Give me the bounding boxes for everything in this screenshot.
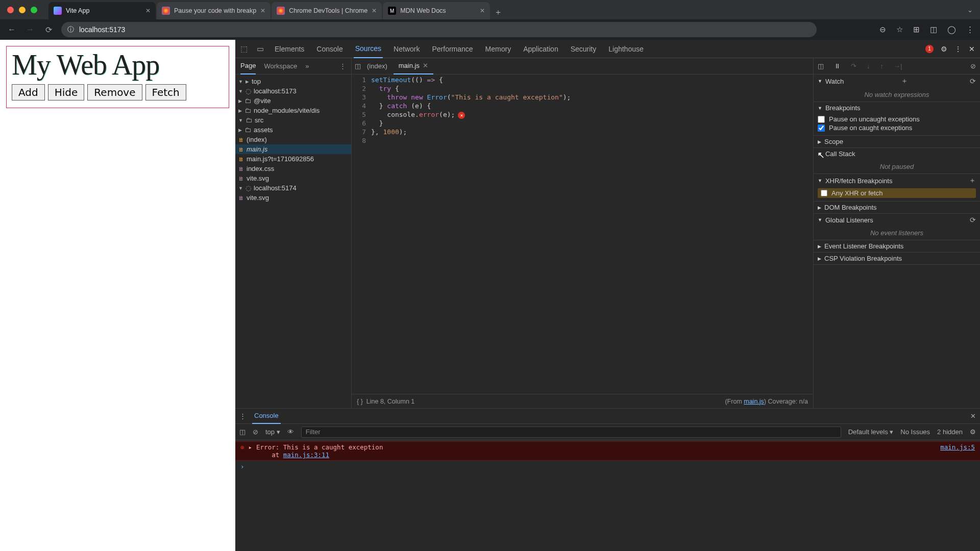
step-icon[interactable]: →|	[894, 62, 902, 70]
close-icon[interactable]: ✕	[423, 62, 428, 69]
side-panel-icon[interactable]: ◫	[930, 25, 937, 34]
editor-tab[interactable]: (index)	[362, 58, 393, 74]
console-sidebar-icon[interactable]: ◫	[239, 428, 246, 436]
close-icon[interactable]: ✕	[372, 7, 377, 14]
tree-item-folder[interactable]: ▶🗀node_modules/vite/dis	[235, 106, 351, 115]
tree-item-folder[interactable]: ▶🗀assets	[235, 125, 351, 135]
close-icon[interactable]: ✕	[480, 7, 485, 14]
tree-item-origin[interactable]: ▼◌localhost:5174	[235, 183, 351, 193]
console-prompt[interactable]: ›	[235, 461, 980, 472]
tree-item-folder[interactable]: ▶🗀@vite	[235, 96, 351, 106]
tree-item-file[interactable]: 🗎(index)	[235, 135, 351, 144]
panel-tab-sources[interactable]: Sources	[354, 40, 383, 58]
levels-selector[interactable]: Default levels ▾	[848, 428, 894, 436]
xhr-any-checkbox[interactable]: Any XHR or fetch	[818, 188, 976, 198]
zoom-icon[interactable]: ⊖	[879, 25, 886, 34]
panel-tab-lighthouse[interactable]: Lighthouse	[607, 45, 645, 53]
scope-header[interactable]: ▶Scope	[814, 136, 980, 147]
browser-tab[interactable]: Vite App ✕	[48, 2, 156, 19]
panel-tab-memory[interactable]: Memory	[484, 45, 513, 53]
drawer-tab-console[interactable]: Console	[252, 409, 281, 424]
xhr-header[interactable]: ▼XHR/fetch Breakpoints＋	[814, 174, 980, 187]
error-count-badge[interactable]: 1	[925, 45, 934, 53]
error-marker-icon[interactable]: ✕	[458, 112, 465, 119]
pause-icon[interactable]: ⏸	[834, 62, 841, 70]
toggle-navigator-icon[interactable]: ◫	[355, 62, 361, 70]
close-drawer-icon[interactable]: ✕	[970, 412, 976, 420]
global-listeners-header[interactable]: ▼Global Listeners⟳	[814, 214, 980, 226]
pretty-print-icon[interactable]: { }	[357, 398, 363, 405]
window-max-icon[interactable]	[31, 7, 37, 13]
editor-gutter[interactable]: 12345678	[352, 76, 371, 393]
tree-item-file[interactable]: 🗎index.css	[235, 164, 351, 173]
window-min-icon[interactable]	[19, 7, 26, 13]
extensions-icon[interactable]: ⊞	[913, 25, 920, 34]
window-close-icon[interactable]	[7, 7, 14, 13]
add-watch-icon[interactable]: ＋	[901, 77, 908, 86]
browser-tab[interactable]: Pause your code with breakp ✕	[157, 2, 271, 19]
bookmark-icon[interactable]: ☆	[896, 25, 903, 34]
breakpoints-header[interactable]: ▼Breakpoints	[814, 102, 980, 114]
watch-header[interactable]: ▼Watch＋ ⟳	[814, 74, 980, 88]
address-bar[interactable]: ⓘ localhost:5173	[61, 22, 817, 37]
close-icon[interactable]: ✕	[260, 7, 265, 14]
navigator-menu-icon[interactable]: ⋮	[339, 62, 346, 70]
pause-uncaught-checkbox[interactable]: Pause on uncaught exceptions	[818, 115, 976, 123]
tree-item-origin[interactable]: ▼◌localhost:5173	[235, 86, 351, 96]
new-tab-button[interactable]: ＋	[491, 5, 505, 19]
drawer-menu-icon[interactable]: ⋮	[239, 412, 246, 420]
tree-item-file[interactable]: 🗎vite.svg	[235, 173, 351, 183]
navigator-tab-workspace[interactable]: Workspace	[264, 62, 297, 70]
refresh-icon[interactable]: ⟳	[970, 77, 976, 85]
console-settings-icon[interactable]: ⚙	[970, 428, 976, 436]
panel-tab-console[interactable]: Console	[315, 45, 344, 53]
panel-tab-network[interactable]: Network	[392, 45, 421, 53]
editor-code[interactable]: setTimeout(() => { try { throw new Error…	[371, 76, 813, 393]
console-error-row[interactable]: ⊗ ▸ Error: This is a caught exception at…	[235, 441, 980, 461]
settings-icon[interactable]: ⚙	[941, 45, 947, 53]
step-over-icon[interactable]: ↷	[851, 62, 856, 70]
tree-item-file[interactable]: 🗎main.js?t=1710692856	[235, 154, 351, 164]
csp-breakpoints-header[interactable]: ▶CSP Violation Breakpoints	[814, 253, 980, 264]
step-out-icon[interactable]: ↑	[880, 62, 884, 70]
clear-console-icon[interactable]: ⊘	[253, 428, 258, 436]
panel-tab-elements[interactable]: Elements	[273, 45, 306, 53]
browser-tab[interactable]: Chrome DevTools | Chrome ✕	[272, 2, 382, 19]
event-breakpoints-header[interactable]: ▶Event Listener Breakpoints	[814, 240, 980, 252]
reload-button[interactable]: ⟳	[43, 25, 54, 35]
hidden-label[interactable]: 2 hidden	[937, 428, 963, 436]
forward-button[interactable]: →	[24, 25, 36, 34]
tab-overflow-icon[interactable]: ⌄	[967, 6, 973, 14]
inspect-icon[interactable]: ⬚	[240, 44, 248, 54]
dom-breakpoints-header[interactable]: ▶DOM Breakpoints	[814, 202, 980, 213]
callstack-header[interactable]: ▼Call Stack	[814, 148, 980, 160]
step-into-icon[interactable]: ↓	[867, 62, 870, 70]
pause-caught-checkbox[interactable]: Pause on caught exceptions	[818, 123, 976, 132]
profile-icon[interactable]: ◯	[947, 25, 956, 34]
site-info-icon[interactable]: ⓘ	[67, 25, 74, 34]
close-devtools-icon[interactable]: ✕	[969, 45, 975, 53]
navigator-more-icon[interactable]: »	[305, 62, 309, 70]
console-filter-input[interactable]: Filter	[301, 427, 841, 438]
add-xhr-icon[interactable]: ＋	[969, 176, 976, 185]
deactivate-breakpoints-icon[interactable]: ⊘	[970, 62, 976, 70]
fetch-button[interactable]: Fetch	[145, 84, 186, 101]
expand-icon[interactable]: ▸	[249, 443, 253, 459]
more-icon[interactable]: ⋮	[954, 45, 962, 53]
browser-tab[interactable]: M MDN Web Docs ✕	[383, 2, 490, 19]
back-button[interactable]: ←	[6, 25, 17, 34]
panel-tab-application[interactable]: Application	[522, 45, 560, 53]
tree-item-top[interactable]: ▼▸top	[235, 77, 351, 86]
toggle-debugger-icon[interactable]: ◫	[818, 62, 824, 70]
panel-tab-security[interactable]: Security	[569, 45, 598, 53]
hide-button[interactable]: Hide	[48, 84, 85, 101]
error-source-link[interactable]: main.js:5	[940, 443, 975, 459]
device-toggle-icon[interactable]: ▭	[257, 44, 264, 54]
panel-tab-performance[interactable]: Performance	[430, 45, 474, 53]
close-icon[interactable]: ✕	[145, 7, 151, 14]
navigator-tab-page[interactable]: Page	[240, 58, 256, 74]
refresh-icon[interactable]: ⟳	[970, 216, 976, 224]
issues-label[interactable]: No Issues	[900, 428, 930, 436]
editor-tab[interactable]: main.js✕	[394, 58, 433, 74]
menu-icon[interactable]: ⋮	[966, 25, 974, 34]
